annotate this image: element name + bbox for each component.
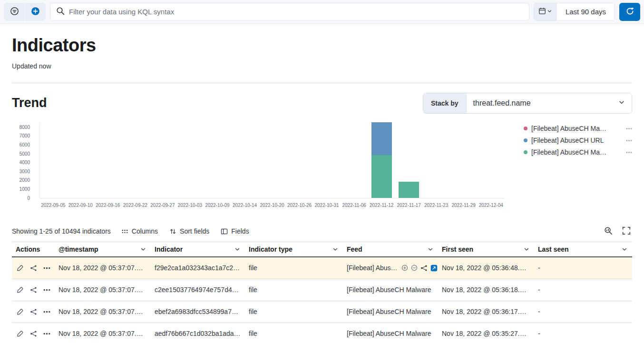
column-header-feed[interactable]: Feed <box>343 242 438 256</box>
investigate-in-timeline-icon[interactable] <box>30 265 37 272</box>
column-header-label: Indicator type <box>249 245 293 253</box>
legend-item[interactable]: [Filebeat] AbuseCH Ma… <box>524 147 632 158</box>
feed-value: [Filebeat] AbuseCH Malware <box>347 308 431 315</box>
kql-search-input[interactable] <box>69 8 523 16</box>
refresh-query-button[interactable] <box>619 3 640 21</box>
legend-item[interactable]: [Filebeat] AbuseCH URL <box>524 135 632 147</box>
trend-chart: 010002000300040005000600070008000 2022-0… <box>12 122 505 210</box>
feed-value: [Filebeat] AbuseCH Malware <box>347 330 431 337</box>
chart-bar-segment <box>371 155 392 197</box>
column-header-last-seen[interactable]: Last seen <box>534 242 632 256</box>
row-actions-cell <box>12 286 55 294</box>
y-axis-tick-label: 2000 <box>20 178 30 183</box>
column-header-actions: Actions <box>12 242 55 256</box>
y-axis-tick-label: 3000 <box>20 169 30 174</box>
indicator-type-cell: file <box>245 286 343 294</box>
investigate-in-timeline-icon[interactable] <box>30 330 37 337</box>
filter-for-icon[interactable] <box>401 265 408 271</box>
chevron-down-icon[interactable] <box>524 246 529 252</box>
legend-series-dot-icon <box>524 127 527 130</box>
legend-item-actions-icon[interactable] <box>626 126 632 132</box>
legend-item-actions-icon[interactable] <box>626 137 632 144</box>
x-axis-tick-label: 2022-09-10 <box>68 203 93 208</box>
column-header-timestamp[interactable]: @timestamp <box>55 242 151 256</box>
inspect-button[interactable] <box>603 225 614 238</box>
date-range-button[interactable]: Last 90 days <box>557 3 615 20</box>
show-dates-button[interactable] <box>534 3 557 20</box>
last-seen-cell: - <box>534 308 632 315</box>
showing-count-text: Showing 1-25 of 10494 indicators <box>12 227 111 235</box>
x-axis-tick-label: 2022-12-04 <box>479 203 503 208</box>
cell-hover-actions <box>401 265 438 272</box>
view-details-icon[interactable] <box>17 308 24 315</box>
timestamp-cell: Nov 18, 2022 @ 05:37:07.… <box>55 264 151 272</box>
x-axis-tick-label: 2022-09-16 <box>96 203 120 208</box>
table-row: Nov 18, 2022 @ 05:37:07.…f29e2ca1a032343… <box>12 257 632 279</box>
feed-value: [Filebeat] AbuseCH Malware <box>347 286 431 294</box>
x-axis-tick-label: 2022-10-09 <box>205 203 229 208</box>
columns-button[interactable]: Columns <box>121 227 158 235</box>
timestamp-cell: Nov 18, 2022 @ 05:37:07.… <box>55 330 151 337</box>
indicator-cell: aedf76b667c1d032ba1ada… <box>151 330 245 337</box>
table-header-row: Actions@timestampIndicatorIndicator type… <box>12 242 632 257</box>
chevron-down-icon[interactable] <box>140 246 146 252</box>
chevron-down-icon[interactable] <box>332 246 338 252</box>
x-axis-tick-label: 2022-11-23 <box>424 203 448 208</box>
chevron-down-icon[interactable] <box>428 246 433 252</box>
column-header-first-seen[interactable]: First seen <box>438 242 534 256</box>
column-header-indicator-type[interactable]: Indicator type <box>245 242 343 256</box>
stack-by-control: Stack by threat.feed.name <box>423 93 632 114</box>
chevron-down-icon <box>547 8 552 15</box>
legend-item-actions-icon[interactable] <box>626 149 632 156</box>
x-axis-tick-label: 2022-11-17 <box>397 203 420 208</box>
refresh-icon <box>626 7 634 17</box>
column-header-indicator[interactable]: Indicator <box>151 242 245 256</box>
x-axis-tick-label: 2022-10-31 <box>314 203 339 208</box>
fullscreen-button[interactable] <box>621 225 632 238</box>
saved-query-menu-button[interactable] <box>4 3 25 21</box>
stack-by-select[interactable]: threat.feed.name <box>467 93 632 113</box>
chevron-down-icon[interactable] <box>234 246 240 252</box>
grid-toolbar-buttons: ColumnsSort fieldsFields <box>121 227 261 235</box>
fullscreen-icon <box>622 226 631 236</box>
chart-bar-segment <box>371 122 392 155</box>
feed-value: [Filebeat] Abus… <box>347 264 398 272</box>
legend-item[interactable]: [Filebeat] AbuseCH Ma… <box>524 123 632 135</box>
indicators-page: Indicators Updated now Trend Stack by th… <box>0 24 644 343</box>
add-to-timeline-icon[interactable] <box>420 265 428 272</box>
chart-bar-segment <box>399 182 419 198</box>
view-details-icon[interactable] <box>17 286 24 294</box>
more-actions-icon[interactable] <box>43 330 50 337</box>
x-axis-tick-label: 2022-09-05 <box>41 203 65 208</box>
indicators-grid-toolbar: Showing 1-25 of 10494 indicators Columns… <box>12 225 632 238</box>
x-axis-tick-label: 2022-10-20 <box>260 203 284 208</box>
top-navigation: Last 90 days <box>0 0 644 24</box>
column-header-label: @timestamp <box>59 245 98 253</box>
date-picker-group: Last 90 days <box>534 3 615 21</box>
add-filter-button[interactable] <box>25 3 46 21</box>
stack-by-selected-value: threat.feed.name <box>473 99 531 108</box>
saved-query-filter-icon <box>10 7 19 17</box>
more-actions-icon[interactable] <box>43 308 50 315</box>
x-axis-tick-label: 2022-11-06 <box>342 203 366 208</box>
trend-chart-section: 010002000300040005000600070008000 2022-0… <box>12 122 632 210</box>
table-body: Nov 18, 2022 @ 05:37:07.…f29e2ca1a032343… <box>12 257 632 343</box>
sort-fields-button[interactable]: Sort fields <box>169 227 209 235</box>
row-actions-cell <box>12 308 55 315</box>
view-details-icon[interactable] <box>17 330 24 337</box>
column-header-label: First seen <box>442 245 473 253</box>
investigate-in-timeline-icon[interactable] <box>30 286 37 294</box>
fields-button[interactable]: Fields <box>221 227 249 235</box>
expand-cell-icon[interactable] <box>430 265 438 272</box>
indicator-type-cell: file <box>245 308 343 315</box>
more-actions-icon[interactable] <box>43 286 50 294</box>
last-seen-cell: - <box>534 330 632 337</box>
chevron-down-icon[interactable] <box>622 246 627 252</box>
first-seen-cell: Nov 18, 2022 @ 05:36:17.… <box>438 308 534 315</box>
more-actions-icon[interactable] <box>43 265 50 272</box>
updated-status: Updated now <box>12 62 632 70</box>
investigate-in-timeline-icon[interactable] <box>30 308 37 315</box>
feed-cell: [Filebeat] AbuseCH Malware <box>343 308 438 315</box>
filter-out-icon[interactable] <box>411 265 418 271</box>
view-details-icon[interactable] <box>17 265 24 272</box>
